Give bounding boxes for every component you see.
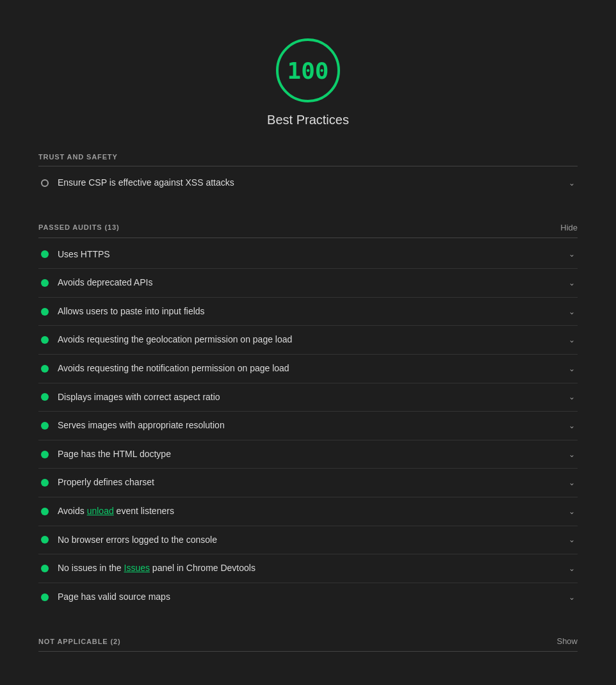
audit-left-doctype: Page has the HTML doctype xyxy=(41,448,561,461)
audit-text-source-maps: Page has valid source maps xyxy=(58,591,170,604)
dot-green-source-maps xyxy=(41,593,49,601)
dot-green-unload xyxy=(41,508,49,515)
audit-text-csp: Ensure CSP is effective against XSS atta… xyxy=(58,177,234,189)
dot-green-doctype xyxy=(41,451,49,458)
audit-text-geolocation: Avoids requesting the geolocation permis… xyxy=(58,334,292,346)
chevron-paste: ⌄ xyxy=(569,307,575,316)
score-value: 100 xyxy=(287,58,328,84)
audit-item-notification[interactable]: Avoids requesting the notification permi… xyxy=(38,355,578,383)
audit-text-https: Uses HTTPS xyxy=(58,248,110,261)
audit-item-unload[interactable]: Avoids unload event listeners ⌄ xyxy=(38,497,578,526)
audit-left-https: Uses HTTPS xyxy=(41,248,561,261)
audit-item-no-errors[interactable]: No browser errors logged to the console … xyxy=(38,526,578,555)
audit-left-devtools-issues: No issues in the Issues panel in Chrome … xyxy=(41,562,561,575)
audit-left-notification: Avoids requesting the notification permi… xyxy=(41,362,561,375)
audit-text-paste: Allows users to paste into input fields xyxy=(58,305,205,318)
dot-green-devtools-issues xyxy=(41,565,49,572)
trust-items: Ensure CSP is effective against XSS atta… xyxy=(38,169,578,197)
passed-items: Uses HTTPS ⌄ Avoids deprecated APIs ⌄ Al… xyxy=(38,241,578,611)
dot-green-notification xyxy=(41,365,49,373)
audit-item-aspect-ratio[interactable]: Displays images with correct aspect rati… xyxy=(38,383,578,412)
chevron-https: ⌄ xyxy=(569,250,575,259)
passed-title: PASSED AUDITS (13) xyxy=(38,223,119,231)
chevron-source-maps: ⌄ xyxy=(569,593,575,602)
not-applicable-title: NOT APPLICABLE (2) xyxy=(38,638,121,645)
audit-item-paste[interactable]: Allows users to paste into input fields … xyxy=(38,298,578,326)
chevron-geolocation: ⌄ xyxy=(569,335,575,344)
dot-green-deprecated-api xyxy=(41,279,49,287)
trust-section: TRUST AND SAFETY Ensure CSP is effective… xyxy=(38,153,578,197)
score-circle: 100 xyxy=(276,38,340,102)
dot-green-charset xyxy=(41,479,49,487)
chevron-devtools-issues: ⌄ xyxy=(569,564,575,573)
audit-left-image-resolution: Serves images with appropriate resolutio… xyxy=(41,419,561,432)
audit-left-csp: Ensure CSP is effective against XSS atta… xyxy=(41,177,561,189)
audit-text-notification: Avoids requesting the notification permi… xyxy=(58,362,289,375)
dot-green-no-errors xyxy=(41,536,49,544)
unload-link[interactable]: unload xyxy=(87,506,114,516)
audit-left-deprecated-api: Avoids deprecated APIs xyxy=(41,277,561,289)
audit-item-https[interactable]: Uses HTTPS ⌄ xyxy=(38,241,578,270)
audit-item-devtools-issues[interactable]: No issues in the Issues panel in Chrome … xyxy=(38,554,578,583)
audit-item-deprecated-api[interactable]: Avoids deprecated APIs ⌄ xyxy=(38,269,578,298)
dot-green-geolocation xyxy=(41,336,49,344)
trust-title: TRUST AND SAFETY xyxy=(38,153,118,161)
chevron-image-resolution: ⌄ xyxy=(569,421,575,430)
chevron-doctype: ⌄ xyxy=(569,450,575,459)
audit-left-paste: Allows users to paste into input fields xyxy=(41,305,561,318)
audit-text-deprecated-api: Avoids deprecated APIs xyxy=(58,277,152,289)
score-label: Best Practices xyxy=(267,113,349,127)
audit-text-doctype: Page has the HTML doctype xyxy=(58,448,171,461)
audit-left-source-maps: Page has valid source maps xyxy=(41,591,561,604)
chevron-csp: ⌄ xyxy=(569,179,575,188)
audit-item-doctype[interactable]: Page has the HTML doctype ⌄ xyxy=(38,440,578,469)
audit-item-csp[interactable]: Ensure CSP is effective against XSS atta… xyxy=(38,169,578,197)
not-applicable-section: NOT APPLICABLE (2) Show xyxy=(38,636,578,652)
chevron-deprecated-api: ⌄ xyxy=(569,278,575,287)
audit-text-image-resolution: Serves images with appropriate resolutio… xyxy=(58,419,225,432)
hide-button[interactable]: Hide xyxy=(560,223,578,232)
dot-green-https xyxy=(41,250,49,258)
audit-item-geolocation[interactable]: Avoids requesting the geolocation permis… xyxy=(38,326,578,355)
trust-header: TRUST AND SAFETY xyxy=(38,153,578,161)
trust-divider xyxy=(38,166,578,166)
dot-green-aspect-ratio xyxy=(41,393,49,401)
audit-left-geolocation: Avoids requesting the geolocation permis… xyxy=(41,334,561,346)
not-applicable-divider xyxy=(38,651,578,652)
score-section: 100 Best Practices xyxy=(38,26,578,127)
audit-text-no-errors: No browser errors logged to the console xyxy=(58,534,217,547)
passed-section: PASSED AUDITS (13) Hide Uses HTTPS ⌄ Avo… xyxy=(38,223,578,611)
issues-link[interactable]: Issues xyxy=(124,563,150,573)
audit-item-source-maps[interactable]: Page has valid source maps ⌄ xyxy=(38,583,578,611)
page-container: 100 Best Practices TRUST AND SAFETY Ensu… xyxy=(0,0,616,685)
passed-header: PASSED AUDITS (13) Hide xyxy=(38,223,578,232)
audit-text-aspect-ratio: Displays images with correct aspect rati… xyxy=(58,391,220,404)
passed-divider xyxy=(38,238,578,238)
audit-item-image-resolution[interactable]: Serves images with appropriate resolutio… xyxy=(38,412,578,440)
audit-left-unload: Avoids unload event listeners xyxy=(41,505,561,518)
audit-item-charset[interactable]: Properly defines charset ⌄ xyxy=(38,469,578,497)
dot-green-paste xyxy=(41,308,49,316)
chevron-notification: ⌄ xyxy=(569,364,575,373)
audit-text-unload: Avoids unload event listeners xyxy=(58,505,174,518)
chevron-unload: ⌄ xyxy=(569,507,575,516)
show-button[interactable]: Show xyxy=(556,636,578,646)
audit-text-devtools-issues: No issues in the Issues panel in Chrome … xyxy=(58,562,255,575)
chevron-aspect-ratio: ⌄ xyxy=(569,392,575,401)
audit-text-charset: Properly defines charset xyxy=(58,476,154,489)
not-applicable-header: NOT APPLICABLE (2) Show xyxy=(38,636,578,646)
dot-gray-csp xyxy=(41,179,49,187)
audit-left-aspect-ratio: Displays images with correct aspect rati… xyxy=(41,391,561,404)
audit-left-charset: Properly defines charset xyxy=(41,476,561,489)
dot-green-image-resolution xyxy=(41,422,49,430)
chevron-charset: ⌄ xyxy=(569,478,575,487)
audit-left-no-errors: No browser errors logged to the console xyxy=(41,534,561,547)
chevron-no-errors: ⌄ xyxy=(569,535,575,544)
